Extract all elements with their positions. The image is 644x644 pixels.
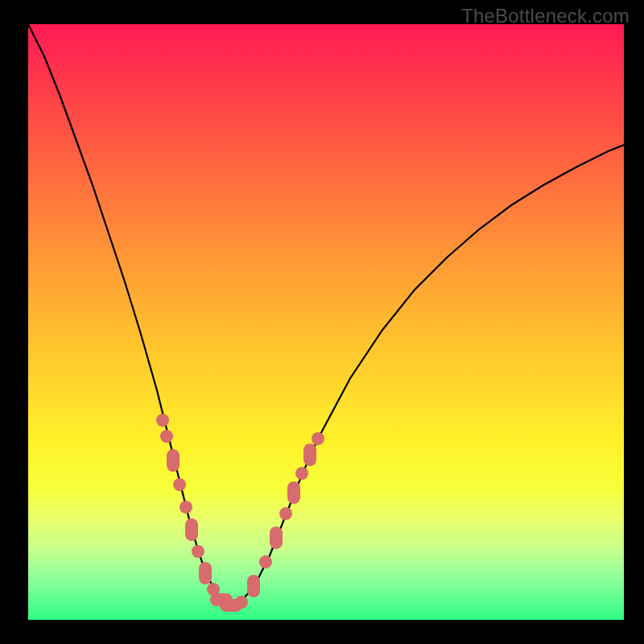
marker-capsule <box>287 481 300 504</box>
marker-dot <box>173 478 186 491</box>
marker-dot <box>235 596 248 609</box>
marker-capsule <box>185 518 198 541</box>
chart-svg <box>28 24 624 620</box>
marker-dot <box>295 467 308 480</box>
marker-dot <box>312 432 324 445</box>
marker-dot <box>279 507 292 520</box>
marker-dot <box>160 430 173 443</box>
marker-dot <box>156 414 169 427</box>
marker-dot <box>180 501 192 514</box>
plot-area <box>28 24 624 620</box>
marker-capsule <box>270 526 283 549</box>
chart-frame: TheBottleneck.com <box>0 0 644 644</box>
marker-dot <box>192 545 204 558</box>
marker-capsule <box>199 562 212 584</box>
bottleneck-curve <box>28 24 624 605</box>
marker-group <box>156 414 324 612</box>
marker-capsule <box>167 449 180 472</box>
watermark-text: TheBottleneck.com <box>461 5 630 27</box>
marker-capsule <box>247 575 260 597</box>
marker-dot <box>259 555 272 568</box>
marker-capsule <box>303 444 316 466</box>
